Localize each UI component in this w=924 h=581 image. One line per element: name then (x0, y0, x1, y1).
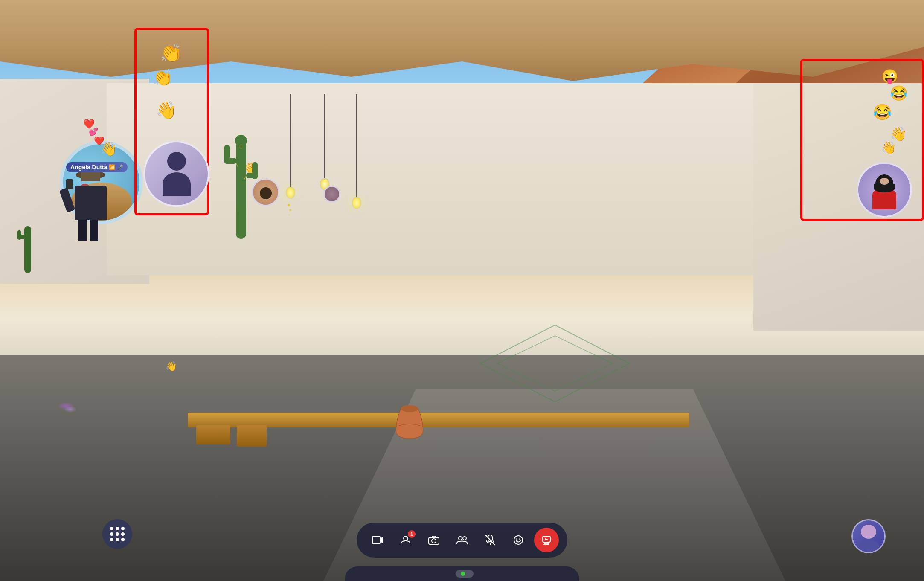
bulb-glow-1 (287, 189, 293, 195)
svg-point-24 (514, 536, 523, 544)
svg-point-12 (401, 405, 418, 412)
svg-rect-5 (252, 162, 258, 179)
svg-rect-11 (17, 230, 21, 240)
dots-grid (110, 527, 125, 541)
emoji-right-5: 👋 (881, 141, 896, 155)
wire-2 (324, 94, 325, 183)
svg-point-26 (519, 538, 520, 540)
wave-1: 👋 (156, 100, 177, 120)
broadcast-dot (461, 572, 465, 576)
mute-button[interactable] (478, 528, 503, 552)
small-avatar-small (323, 186, 340, 203)
clap-2: 👏 (153, 68, 173, 87)
film-button[interactable] (365, 528, 390, 552)
angela-name-badge: Angela Dutta 📶 🎤 (66, 162, 128, 172)
emoji-right-2: 😂 (890, 84, 908, 102)
broadcast-badge (456, 570, 474, 578)
svg-rect-3 (224, 145, 230, 164)
bulb-glow-3 (353, 200, 359, 206)
svg-point-17 (432, 539, 436, 543)
wire-1 (290, 94, 291, 192)
svg-rect-28 (544, 543, 549, 544)
emoji-right-4: 👋 (890, 126, 907, 142)
svg-point-20 (463, 537, 466, 540)
angela-wifi-icon: 📶 (109, 164, 115, 170)
svg-point-19 (459, 537, 462, 540)
small-avatar-center (252, 178, 279, 206)
profile-badge: 1 (408, 530, 416, 538)
planter-box-1 (196, 425, 230, 444)
avatar-highlighted-right (857, 162, 912, 218)
svg-rect-13 (372, 536, 380, 544)
heart-2: 💕 (89, 127, 98, 137)
svg-rect-9 (24, 226, 31, 273)
wire-3 (356, 94, 357, 203)
emoji-button[interactable] (506, 528, 531, 552)
svg-point-15 (404, 536, 408, 540)
clap-1: 👏 (160, 43, 182, 64)
toolbar: 1 (357, 523, 567, 558)
status-bar (345, 566, 579, 581)
menu-button[interactable] (102, 519, 132, 549)
cactus-small-1 (15, 209, 41, 275)
angela-avatar (66, 166, 126, 252)
planter-box-2 (237, 425, 267, 447)
angela-mic-icon: 🎤 (117, 164, 123, 170)
light-dot-3 (288, 214, 290, 216)
avatar-highlighted-left (143, 141, 209, 207)
emoji-right-1: 😜 (881, 68, 898, 84)
profile-button[interactable]: 1 (393, 528, 418, 552)
emoji-right-3: 😂 (873, 103, 892, 121)
angela-name: Angela Dutta (70, 164, 107, 171)
svg-rect-0 (236, 141, 246, 239)
vase (392, 400, 427, 444)
floor-tiles (480, 325, 630, 402)
light-dot-2 (289, 209, 291, 211)
cactus-large (220, 107, 262, 241)
light-dot-1 (288, 204, 290, 206)
hand-angela: 👋 (100, 141, 117, 157)
sparkle-2 (64, 406, 77, 413)
record-button[interactable] (534, 528, 559, 552)
camera-button[interactable] (421, 528, 446, 552)
svg-rect-29 (543, 544, 549, 545)
group-button[interactable] (450, 528, 474, 552)
self-avatar[interactable] (851, 519, 886, 553)
small-hand: 👋 (166, 361, 177, 372)
svg-point-25 (516, 538, 517, 540)
